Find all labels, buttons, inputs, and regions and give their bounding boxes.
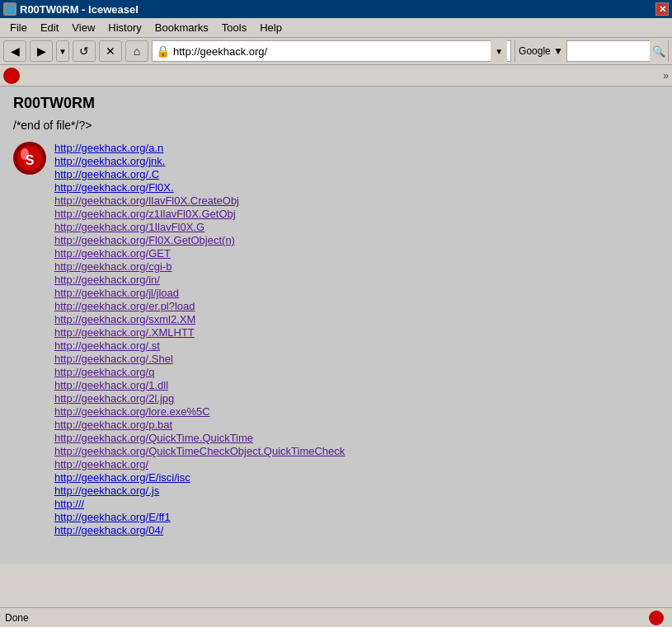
page-link[interactable]: http://geekhack.org/q [54, 366, 345, 378]
page-subtitle: /*end of file*/?> [13, 119, 659, 132]
page-link[interactable]: http://geekhack.org/sxml2.XM [54, 313, 345, 325]
iconbar: » [0, 65, 672, 87]
page-link[interactable]: http://geekhack.org/ [54, 458, 345, 470]
page-link[interactable]: http://geekhack.org/lore.exe%5C [54, 405, 345, 418]
menu-tools[interactable]: Tools [215, 20, 253, 35]
page-link[interactable]: http://geekhack.org/04/ [54, 524, 345, 536]
page-link[interactable]: http://geekhack.org/Fl0X.GetObject(n) [54, 234, 345, 246]
menu-file[interactable]: File [3, 20, 34, 35]
page-link[interactable]: http://geekhack.org/p.bat [54, 419, 345, 431]
page-link[interactable]: http://geekhack.org/er.pl?load [54, 300, 345, 312]
page-link[interactable]: http://geekhack.org/lIavFl0X.CreateObj [54, 194, 345, 207]
page-link[interactable]: http://geekhack.org/.Shel [54, 353, 345, 365]
menu-edit[interactable]: Edit [34, 20, 65, 35]
reload-button[interactable]: ↺ [73, 40, 96, 62]
page-link[interactable]: http://geekhack.org/2l.jpg [54, 392, 345, 405]
snake-icon [3, 68, 20, 84]
page-link[interactable]: http://geekhack.org/E/ff1 [54, 511, 345, 523]
menu-history[interactable]: History [101, 20, 148, 35]
titlebar: 🌐 R00TW0RM - Iceweasel ✕ [0, 0, 672, 18]
search-engine-label: Google [519, 45, 551, 57]
window-title: R00TW0RM - Iceweasel [20, 3, 139, 16]
page-link[interactable]: http://geekhack.org/Fl0X. [54, 181, 345, 194]
menu-view[interactable]: View [65, 20, 101, 35]
stop-button[interactable]: ✕ [99, 40, 122, 62]
site-logo: S [13, 142, 46, 178]
page-link[interactable]: http://geekhack.org/z1IlavFl0X.GetObj [54, 208, 345, 220]
svg-text:S: S [26, 153, 35, 167]
page-link[interactable]: http://geekhack.org/jnk. [54, 155, 345, 167]
page-link[interactable]: http://geekhack.org/1IlavFl0X.G [54, 221, 345, 233]
page-link[interactable]: http://geekhack.org/.js [54, 484, 345, 497]
menubar: File Edit View History Bookmarks Tools H… [0, 18, 672, 38]
close-button[interactable]: ✕ [656, 2, 669, 16]
page-link[interactable]: http://geekhack.org/E/isci/isc [54, 471, 345, 484]
page-link[interactable]: http://geekhack.org/QuickTimeCheckObject… [54, 445, 345, 457]
menu-bookmarks[interactable]: Bookmarks [148, 20, 215, 35]
page-link[interactable]: http://geekhack.org/.C [54, 168, 345, 180]
link-section: S http://geekhack.org/a.nhttp://geekhack… [13, 142, 659, 536]
page-link[interactable]: http:/// [54, 498, 345, 510]
page-link[interactable]: http://geekhack.org/cgi-b [54, 260, 345, 273]
page-link[interactable]: http://geekhack.org/QuickTime.QuickTime [54, 432, 345, 444]
links-list: http://geekhack.org/a.nhttp://geekhack.o… [54, 142, 345, 536]
address-input[interactable] [173, 45, 491, 58]
search-engine-button[interactable]: Google ▼ [515, 40, 567, 62]
page-link[interactable]: http://geekhack.org/.st [54, 339, 345, 352]
page-link[interactable]: http://geekhack.org/1.dll [54, 379, 345, 391]
page-link[interactable]: http://geekhack.org/GET [54, 247, 345, 260]
address-dropdown-button[interactable]: ▼ [491, 40, 507, 62]
menu-help[interactable]: Help [253, 20, 289, 35]
home-button[interactable]: ⌂ [125, 40, 148, 62]
navigation-toolbar: ◀ ▶ ▼ ↺ ✕ ⌂ 🔒 ▼ Google ▼ 🔍 [0, 38, 672, 65]
forward-button[interactable]: ▶ [30, 40, 53, 62]
double-arrow-icon: » [663, 70, 669, 82]
back-button[interactable]: ◀ [3, 40, 26, 62]
page-title: R00TW0RM [13, 95, 659, 112]
address-bar-wrapper: 🔒 ▼ [152, 40, 511, 62]
browser-icon: 🌐 [3, 2, 16, 16]
page-link[interactable]: http://geekhack.org/jl/jload [54, 287, 345, 299]
search-wrapper: Google ▼ 🔍 [515, 40, 669, 62]
content-area: R00TW0RM /*end of file*/?> S http://geek… [0, 87, 672, 564]
dropdown-button[interactable]: ▼ [56, 40, 69, 62]
page-link[interactable]: http://geekhack.org/.XMLHTT [54, 326, 345, 339]
page-link[interactable]: http://geekhack.org/in/ [54, 274, 345, 286]
search-input[interactable] [567, 45, 650, 58]
page-link[interactable]: http://geekhack.org/a.n [54, 142, 345, 154]
address-icon: 🔒 [156, 44, 170, 58]
search-go-button[interactable]: 🔍 [650, 40, 668, 62]
titlebar-left: 🌐 R00TW0RM - Iceweasel [3, 2, 139, 16]
